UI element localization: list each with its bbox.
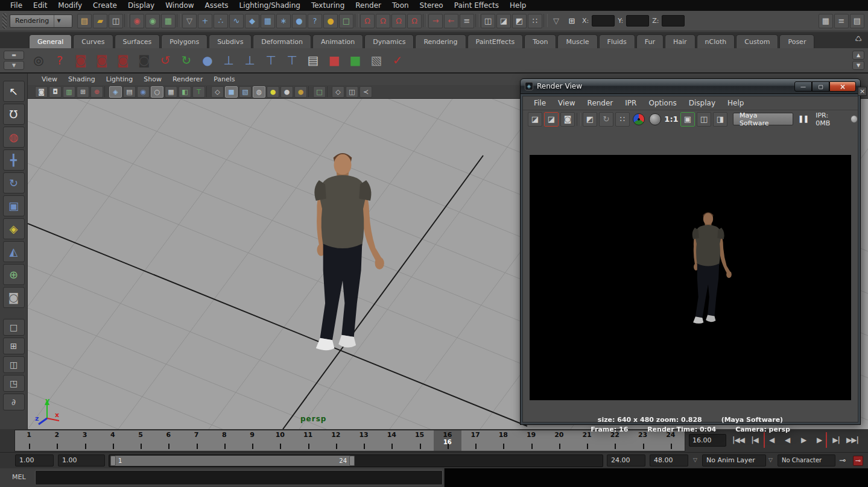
wireframe-icon[interactable]: ◇ [211, 86, 224, 98]
channel-box-toggle-icon[interactable]: ▤ [850, 14, 864, 28]
divider[interactable] [543, 14, 548, 27]
timeline-frame[interactable]: 18 [489, 430, 517, 451]
timeline-frame[interactable]: 9 [238, 430, 266, 451]
divider[interactable] [177, 14, 181, 27]
divider[interactable] [577, 113, 581, 126]
snapshot-icon[interactable]: ◙ [560, 112, 575, 127]
shelf-tab[interactable]: Polygons [161, 34, 207, 48]
divider[interactable] [308, 86, 312, 97]
last-tool-camera-icon[interactable]: ◙ [3, 287, 25, 308]
shelf-tab[interactable]: General [29, 34, 72, 48]
select-component-icon[interactable]: ▦ [161, 14, 176, 28]
set-key-icon[interactable]: ⊸ [839, 456, 846, 465]
timeline-frame[interactable]: 17 [461, 430, 489, 451]
paint-select-tool-icon[interactable]: ◍ [3, 127, 25, 148]
render-view-menu-item[interactable]: Display [683, 99, 721, 107]
play-backwards-button[interactable]: ◀ [780, 432, 794, 448]
menu-item[interactable]: Render [350, 0, 387, 11]
timeline-frame[interactable]: 24 [657, 430, 685, 451]
highlight-selection-icon[interactable]: □ [339, 14, 353, 28]
safe-action-icon[interactable]: ◧ [179, 86, 191, 98]
menu-item[interactable]: Edit [28, 0, 52, 11]
lock-icon[interactable]: ● [323, 14, 338, 28]
select-object-icon[interactable]: ◉ [145, 14, 160, 28]
shelf-tab[interactable]: Toon [524, 34, 556, 48]
shelf-tab[interactable]: Animation [312, 34, 363, 48]
timeline-frame[interactable]: 13 [350, 430, 378, 451]
timeline-frame[interactable]: 21 [573, 430, 601, 451]
attribute-editor-toggle-icon[interactable]: ▦ [819, 14, 833, 28]
timeline-frame[interactable]: 11 [294, 430, 322, 451]
render-view-menu-item[interactable]: Options [642, 99, 682, 107]
range-end-handle[interactable] [349, 456, 355, 466]
universal-manipulator-icon[interactable]: ◈ [3, 218, 25, 239]
trash-icon[interactable]: ♺ [855, 34, 862, 43]
outliner-pane-layout-icon[interactable]: ◫ [3, 356, 25, 373]
auto-keyframe-icon[interactable]: ⊸ [853, 456, 863, 466]
2d-pan-zoom-icon[interactable]: ⊞ [77, 86, 89, 98]
rotate-tool-icon[interactable]: ↻ [3, 172, 25, 193]
timeline-frame[interactable]: 14 [378, 430, 405, 451]
shelf-tab[interactable]: Custom [736, 34, 778, 48]
anim-start-field[interactable]: 1.00 [15, 454, 54, 467]
shelf-scroll-down-icon[interactable]: ▼ [852, 61, 864, 70]
timeline-frame[interactable]: 22 [601, 430, 629, 451]
timeline-frame[interactable]: 10 [266, 430, 294, 451]
snap-to-points-icon[interactable]: Ω [391, 14, 406, 28]
create-camera-icon[interactable]: ◙ [71, 51, 90, 70]
step-forward-frame-button[interactable]: ▶| [829, 432, 843, 448]
divider[interactable] [355, 14, 359, 27]
timeline-frame[interactable]: 3 [71, 430, 99, 451]
snap-to-curves-icon[interactable]: Ω [376, 14, 390, 28]
real-size-icon[interactable]: ▣ [680, 112, 695, 127]
mel-toggle-button[interactable]: MEL [12, 473, 26, 481]
delete-history-icon[interactable]: ● [198, 51, 217, 70]
lasso-tool-icon[interactable]: ℧ [3, 104, 25, 125]
snap-to-grids-icon[interactable]: Ω [360, 14, 375, 28]
close-button[interactable]: × [829, 81, 856, 92]
shelf-tab[interactable]: Fur [636, 34, 664, 48]
timeline-frame[interactable]: 23 [629, 430, 657, 451]
shelf-tab[interactable]: PaintEffects [467, 34, 524, 48]
image-plane-icon[interactable]: ▥ [63, 86, 75, 98]
shelf-tab[interactable]: Hair [665, 34, 695, 48]
graph-pane-layout-icon[interactable]: ◳ [3, 375, 25, 392]
hierarchy-parent-icon[interactable]: ⊥ [219, 51, 238, 70]
panel-menu-item[interactable]: Show [138, 75, 167, 83]
pause-ipr-icon[interactable]: ▌▌ [800, 116, 810, 122]
single-pane-layout-icon[interactable]: □ [3, 319, 25, 336]
xray-icon[interactable]: ◇ [332, 86, 344, 98]
timeline-frame[interactable]: 8 [211, 430, 238, 451]
timeline-frame[interactable]: 5 [127, 430, 154, 451]
panel-close-icon[interactable]: × [858, 87, 867, 96]
playblast-icon[interactable]: ◎ [29, 51, 48, 70]
input-connections-icon[interactable]: → [428, 14, 443, 28]
select-hierarchy-icon[interactable]: ◉ [130, 14, 144, 28]
render-view-menu-item[interactable]: Help [721, 99, 750, 107]
timeline-frame[interactable]: 12 [322, 430, 350, 451]
safe-title-icon[interactable]: T [192, 86, 205, 98]
sculpt-brush-icon[interactable]: ✓ [388, 51, 407, 70]
mask-surfaces-icon[interactable]: ◆ [245, 14, 259, 28]
mask-dynamics-icon[interactable]: ∗ [276, 14, 291, 28]
share-view-icon[interactable]: ≺ [360, 86, 372, 98]
filter-icon[interactable]: ▽ [182, 14, 197, 28]
render-view-open-icon[interactable]: ◫ [481, 14, 495, 28]
go-to-end-button[interactable]: ▶▶| [845, 432, 860, 448]
timeline-frame[interactable]: 19 [518, 430, 545, 451]
green-cube-pick-icon[interactable]: ■ [346, 51, 365, 70]
shelf-scroll-up-icon[interactable]: ▲ [852, 51, 864, 60]
checker-shade-icon[interactable]: ◍ [253, 86, 265, 98]
mask-rendering-icon[interactable]: ● [292, 14, 306, 28]
step-back-key-button[interactable]: ◀ [764, 432, 778, 448]
shelf-tab[interactable]: Deformation [253, 34, 311, 48]
range-slider-track[interactable]: 1 24 [109, 454, 603, 467]
manipulator-icon[interactable]: ⊕ [90, 86, 103, 98]
current-time-field[interactable] [689, 434, 726, 447]
mask-curves-icon[interactable]: ∿ [229, 14, 244, 28]
maximize-button[interactable]: ▢ [812, 81, 829, 92]
step-back-frame-button[interactable]: |◀ [747, 432, 762, 448]
step-forward-key-button[interactable]: ▶ [813, 432, 827, 448]
resolution-gate-icon[interactable]: ◉ [137, 86, 150, 98]
grid-toggle-icon[interactable]: ◈ [109, 86, 122, 98]
